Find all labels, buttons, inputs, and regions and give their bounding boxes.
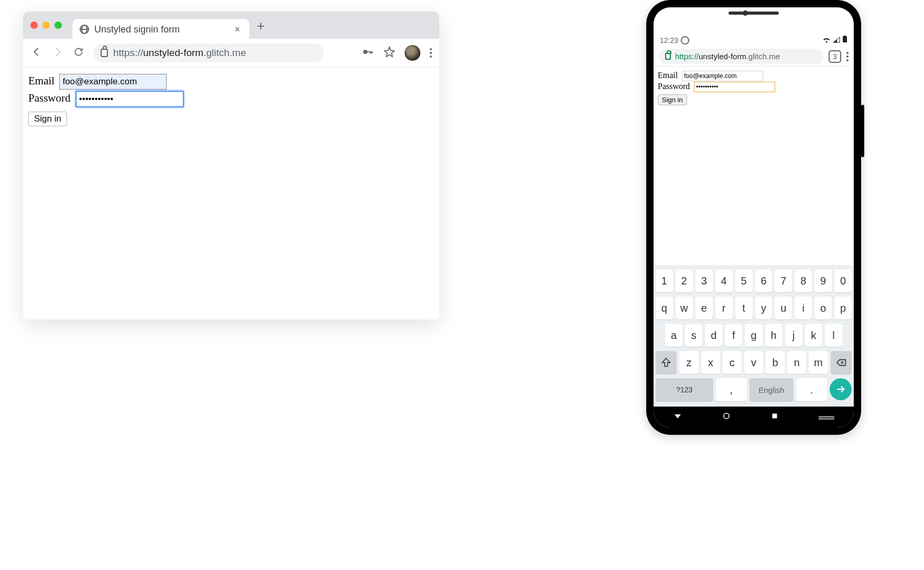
key-v[interactable]: v xyxy=(744,351,763,374)
tab-title: Unstyled signin form xyxy=(94,24,180,35)
wifi-icon xyxy=(822,36,831,45)
key-u[interactable]: u xyxy=(775,297,792,320)
email-field[interactable] xyxy=(682,71,763,81)
password-label: Password xyxy=(28,92,71,104)
reload-button[interactable] xyxy=(72,47,85,60)
address-bar[interactable]: https://unstyled-form.glitch.me xyxy=(93,43,324,62)
window-minimize-icon[interactable] xyxy=(42,21,50,29)
key-t[interactable]: t xyxy=(735,297,753,320)
page-content: Email Password Sign in xyxy=(23,68,439,133)
key-j[interactable]: j xyxy=(785,324,802,347)
password-field[interactable] xyxy=(694,82,775,92)
kebab-menu-icon[interactable] xyxy=(430,48,432,58)
key-c[interactable]: c xyxy=(723,351,742,374)
key-6[interactable]: 6 xyxy=(755,269,773,292)
key-o[interactable]: o xyxy=(814,297,832,320)
toolbar-right xyxy=(362,45,432,61)
globe-icon xyxy=(80,25,89,34)
key-4[interactable]: 4 xyxy=(715,269,733,292)
signal-icon xyxy=(833,36,840,45)
key-d[interactable]: d xyxy=(705,324,722,347)
key-s[interactable]: s xyxy=(685,324,702,347)
key-9[interactable]: 9 xyxy=(814,269,832,292)
svg-rect-7 xyxy=(773,414,777,419)
key-2[interactable]: 2 xyxy=(676,269,693,292)
phone-earpiece-icon xyxy=(729,12,779,15)
lock-icon xyxy=(665,53,671,60)
email-label: Email xyxy=(658,71,678,80)
key-5[interactable]: 5 xyxy=(735,269,753,292)
email-label: Email xyxy=(28,74,55,87)
window-controls xyxy=(30,21,62,29)
shift-key[interactable] xyxy=(656,351,677,374)
browser-toolbar: https://unstyled-form.glitch.me xyxy=(23,39,439,68)
back-button[interactable] xyxy=(30,46,43,60)
key-k[interactable]: k xyxy=(805,324,822,347)
signin-button[interactable]: Sign in xyxy=(658,94,687,105)
key-b[interactable]: b xyxy=(766,351,785,374)
nav-recent-icon[interactable] xyxy=(770,411,779,423)
nav-home-icon[interactable] xyxy=(722,411,731,423)
window-close-icon[interactable] xyxy=(30,21,38,29)
nav-back-icon[interactable] xyxy=(673,411,682,423)
keyboard-toggle-icon[interactable]: ▬▬▬▬▬▬ xyxy=(819,415,834,419)
key-e[interactable]: e xyxy=(695,297,713,320)
enter-key[interactable] xyxy=(830,378,852,400)
key-y[interactable]: y xyxy=(755,297,773,320)
key-1[interactable]: 1 xyxy=(656,269,673,292)
svg-rect-4 xyxy=(843,36,847,42)
star-icon[interactable] xyxy=(384,46,395,60)
mobile-address-bar[interactable]: https://unstyled-form.glitch.me xyxy=(659,49,823,64)
key-r[interactable]: r xyxy=(715,297,733,320)
tab-count-badge[interactable]: 3 xyxy=(829,50,841,63)
symbol-key[interactable]: ?123 xyxy=(656,378,713,401)
kebab-menu-icon[interactable] xyxy=(846,52,849,61)
spacebar[interactable]: English xyxy=(749,378,793,401)
key-7[interactable]: 7 xyxy=(775,269,792,292)
new-tab-button[interactable]: + xyxy=(257,18,265,34)
tab-close-icon[interactable]: × xyxy=(232,24,242,35)
key-g[interactable]: g xyxy=(745,324,762,347)
avatar[interactable] xyxy=(405,45,420,61)
password-field[interactable] xyxy=(75,91,184,107)
key-l[interactable]: l xyxy=(825,324,842,347)
period-key[interactable]: . xyxy=(796,378,827,401)
key-x[interactable]: x xyxy=(701,351,720,374)
svg-rect-2 xyxy=(370,51,371,54)
window-zoom-icon[interactable] xyxy=(55,21,62,29)
keyboard-row-3: asdfghjkl xyxy=(656,324,852,347)
backspace-key[interactable] xyxy=(831,351,852,374)
key-f[interactable]: f xyxy=(725,324,742,347)
key-a[interactable]: a xyxy=(665,324,682,347)
url-text: https://unstyled-form.glitch.me xyxy=(113,47,246,59)
soft-keyboard: 1234567890 qwertyuiop asdfghjkl zxcvbnm … xyxy=(654,265,854,407)
key-n[interactable]: n xyxy=(787,351,806,374)
key-m[interactable]: m xyxy=(809,351,828,374)
phone-screen: 12:23 https://unstyled-form.glitch.me 3 … xyxy=(654,7,854,428)
desktop-browser-window: Unstyled signin form × + https://unstyle… xyxy=(23,12,439,320)
key-q[interactable]: q xyxy=(656,297,673,320)
key-z[interactable]: z xyxy=(679,351,698,374)
svg-point-6 xyxy=(724,413,730,419)
key-8[interactable]: 8 xyxy=(795,269,812,292)
dnd-icon xyxy=(681,37,689,44)
browser-tab[interactable]: Unstyled signin form × xyxy=(72,19,249,40)
status-time: 12:23 xyxy=(660,36,678,45)
key-w[interactable]: w xyxy=(676,297,693,320)
url-text: https://unstyled-form.glitch.me xyxy=(675,52,780,61)
password-label: Password xyxy=(658,82,690,91)
key-p[interactable]: p xyxy=(834,297,852,320)
signin-button[interactable]: Sign in xyxy=(28,112,67,126)
mobile-address-row: https://unstyled-form.glitch.me 3 xyxy=(654,47,854,66)
key-h[interactable]: h xyxy=(765,324,782,347)
keyboard-row-bottom: ?123 , English . xyxy=(656,378,852,401)
key-3[interactable]: 3 xyxy=(695,269,713,292)
key-icon[interactable] xyxy=(362,46,374,60)
key-0[interactable]: 0 xyxy=(834,269,852,292)
email-field[interactable] xyxy=(59,74,167,90)
comma-key[interactable]: , xyxy=(716,378,747,401)
android-navbar: ▬▬▬▬▬▬ xyxy=(654,407,854,428)
keyboard-row-2: qwertyuiop xyxy=(656,297,852,320)
lock-icon xyxy=(101,49,108,57)
key-i[interactable]: i xyxy=(795,297,812,320)
